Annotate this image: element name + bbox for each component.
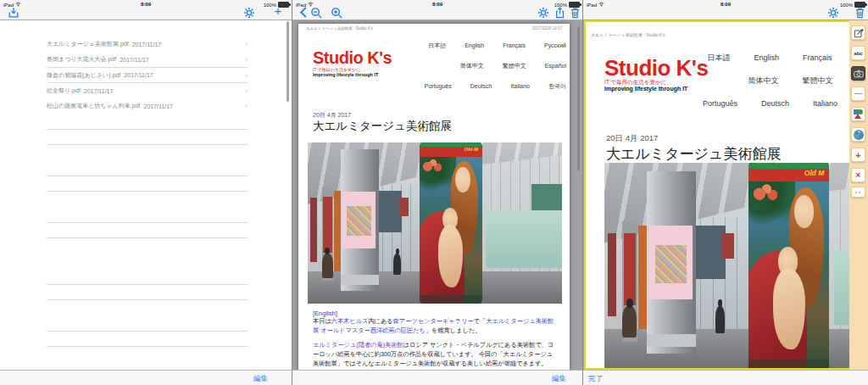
zoom-out-button[interactable] [309, 7, 323, 19]
photo-red-sign [722, 233, 734, 258]
lang-link[interactable]: 繁體中文 [802, 76, 832, 85]
file-name: 長岡まつり大花火大会.pdf [47, 55, 116, 64]
lang-link[interactable]: 日本語 [708, 53, 731, 62]
lang-link[interactable]: Deutsch [470, 83, 492, 90]
zoom-out-icon [310, 7, 323, 20]
painting-child [773, 268, 805, 349]
painting-caption-strip [420, 295, 482, 304]
lang-link[interactable]: Italiano [813, 99, 837, 108]
post-paragraph: 本日は六本木ヒルズ内にある森アーツセンターギャラリーで「大エルミタージュ美術館展… [313, 317, 556, 336]
file-row[interactable]: 松山の路面電車と坊ちゃん列車.pdf 2017/11/17 › [0, 98, 292, 114]
wifi-icon [598, 2, 604, 7]
chevron-right-icon: › [245, 72, 248, 79]
add-file-button[interactable]: + [271, 4, 285, 16]
painting-child [438, 225, 463, 287]
trash-icon [854, 7, 865, 19]
lang-link[interactable]: Português [703, 99, 737, 108]
text-tool-button[interactable]: abc [851, 46, 865, 60]
back-button[interactable] [297, 7, 310, 19]
photo-pink-poster [342, 192, 376, 248]
edit-button[interactable]: 編集 [253, 374, 268, 384]
web-stamp-tool-button[interactable] [851, 127, 865, 142]
lang-link[interactable]: English [465, 42, 484, 49]
file-list-bottombar: 編集 [0, 370, 292, 385]
edit-button[interactable]: 編集 [552, 374, 566, 384]
file-name: 絵金祭り.pdf [47, 86, 81, 95]
photo-old-masters-banner: Old M [748, 169, 829, 181]
lang-link[interactable]: 한국어 [548, 83, 566, 90]
lang-link[interactable]: 日本語 [428, 42, 446, 49]
chevron-right-icon: › [245, 87, 248, 94]
trash-icon [570, 7, 581, 19]
file-row[interactable]: 鎌倉の紫陽花(あじさい).pdf 2017/11/17 › [0, 68, 292, 83]
zoom-in-button[interactable] [330, 7, 343, 19]
lang-link[interactable]: 繁體中文 [503, 63, 526, 70]
pdf-viewport[interactable]: 大エルミタージュ美術館展 - Studio K's 2017/10/26 10:… [292, 20, 582, 371]
scrollbar[interactable] [287, 21, 289, 102]
post-paragraph: エルミタージュ(隠者の庵)美術館はロシア サンクト・ペテルブルグにある美術館で、… [313, 341, 556, 368]
statusbar-device: iPad [587, 2, 604, 8]
remove-annotation-button[interactable]: × [851, 168, 865, 182]
pdf-page: 大エルミタージュ美術館展 - Studio K's Studio K's IT … [586, 22, 852, 368]
ipad-triple-screenshot: iPad 8:09 100% + 大エルミタージュ美術館展.pdf 2017/1… [0, 0, 868, 385]
editor-viewport[interactable]: 大エルミタージュ美術館展 - Studio K's Studio K's IT … [583, 20, 868, 371]
scrollbar[interactable] [577, 26, 580, 170]
delete-button[interactable] [568, 7, 581, 19]
line-tool-button[interactable] [851, 86, 865, 101]
delete-button[interactable] [853, 7, 866, 19]
photo-painting [420, 157, 482, 304]
language-row: Português Deutsch Italiano 한국어 [715, 99, 852, 108]
lang-link[interactable]: Italiano [510, 83, 530, 90]
lang-link[interactable]: Français [803, 53, 832, 62]
done-button[interactable]: 完了 [588, 374, 603, 384]
pencil-icon [854, 28, 864, 38]
editor-bottombar: 完了 [583, 370, 868, 385]
site-logo-name: Studio K's [313, 49, 392, 66]
lang-link[interactable]: Deutsch [761, 99, 789, 108]
shapes-tool-button[interactable] [851, 107, 865, 121]
lang-link[interactable]: 简体中文 [460, 63, 484, 70]
settings-button[interactable] [537, 7, 550, 19]
photo-column-base [647, 334, 696, 347]
lang-link[interactable]: English [754, 53, 780, 62]
article-photo: 森アーツセンターギャラリー Old M [308, 142, 562, 304]
settings-button[interactable] [826, 7, 840, 19]
draw-tool-button[interactable] [851, 25, 865, 40]
lang-link[interactable]: Русский [544, 42, 566, 49]
file-name: 鎌倉の紫陽花(あじさい).pdf [47, 71, 120, 80]
import-button[interactable] [7, 7, 20, 19]
language-row: 日本語 English Français Русский [715, 53, 852, 62]
lang-link[interactable]: Português [425, 83, 452, 90]
site-logo[interactable]: Studio K's IT で毎日の生活を豊かに Improving lifes… [604, 58, 709, 92]
photo-old-masters-banner: Old M [420, 147, 482, 157]
statusbar-time: 8:09 [141, 2, 151, 7]
lang-link[interactable]: Español [545, 63, 566, 70]
add-annotation-button[interactable]: + [851, 148, 865, 162]
share-button[interactable] [553, 7, 566, 19]
file-row[interactable]: 大エルミタージュ美術館展.pdf 2017/11/17 › [0, 36, 292, 52]
line-icon [854, 93, 862, 94]
paragraph-text: で「 [474, 317, 487, 325]
settings-button[interactable] [242, 7, 256, 19]
file-name: 松山の路面電車と坊ちゃん列車.pdf [47, 102, 141, 110]
collapse-toolbar-button[interactable]: << [851, 187, 865, 198]
lang-link[interactable]: Français [503, 42, 526, 49]
file-row[interactable]: 絵金祭り.pdf 2017/11/17 › [0, 83, 292, 98]
lang-link[interactable]: 简体中文 [748, 76, 778, 85]
photo-red-sign [399, 198, 409, 217]
import-tray-icon [8, 7, 19, 19]
site-logo-name: Studio K's [604, 58, 709, 78]
inline-link-visited[interactable]: エルミタージュ(隠者の庵)美術館 [313, 341, 403, 349]
file-row[interactable]: 長岡まつり大花火大会.pdf 2017/11/17 › [0, 52, 292, 67]
inline-link[interactable]: 六本木ヒルズ [331, 317, 369, 325]
site-logo[interactable]: Studio K's IT で毎日の生活を豊かに Improving lifes… [313, 49, 392, 77]
photo-left-column [647, 171, 696, 354]
chevron-left-icon [299, 7, 308, 18]
globe-icon [854, 130, 864, 140]
file-list: 大エルミタージュ美術館展.pdf 2017/11/17 › 長岡まつり大花火大会… [0, 20, 292, 371]
photo-madonna-column: 森アーツセンターギャラリー Old M [748, 163, 829, 370]
photo-left-column [341, 149, 379, 291]
camera-tool-button[interactable] [851, 66, 865, 81]
english-link[interactable]: [English] [313, 310, 337, 317]
inline-link[interactable]: 森アーツセンターギャラリー [393, 317, 474, 325]
